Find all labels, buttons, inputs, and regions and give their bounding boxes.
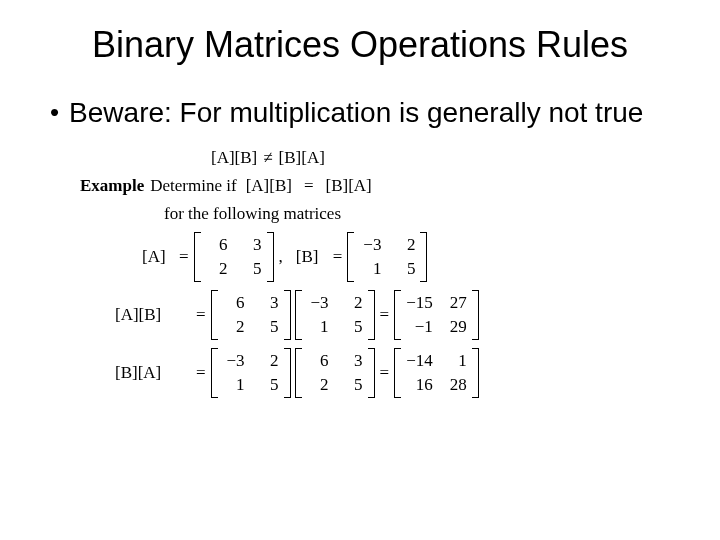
matrix-A: 63 25 [194,232,274,282]
rule-lhs: [A][B] [211,148,257,168]
BA-label: [B][A] [115,363,193,383]
B-label: [B] [296,247,330,267]
example-eq-op: = [304,176,314,196]
eq-sym: = [179,247,189,267]
example-line: Example Determine if [A][B] = [B][A] [80,176,670,196]
AB-result: −1527 −129 [394,290,479,340]
BA-m1: −32 15 [211,348,291,398]
example-prompt: Determine if [150,176,236,196]
slide-title: Binary Matrices Operations Rules [50,24,670,66]
rule-rhs: [B][A] [279,148,325,168]
example-eq-rhs: [B][A] [325,176,371,196]
matrix-definitions: [A] = 63 25 , [B] = −32 15 [142,232,670,282]
bullet-marker: • [50,96,59,128]
product-AB: [A][B] = 63 25 −32 15 = [115,290,670,340]
neq-symbol: ≠ [263,148,272,168]
A-label: [A] [142,247,176,267]
eq-sym-2: = [333,247,343,267]
bullet-text: Beware: For multiplication is generally … [69,96,670,130]
AB-label: [A][B] [115,305,193,325]
AB-m2: −32 15 [295,290,375,340]
rule-inequality: [A][B] ≠ [B][A] [208,148,670,168]
comma: , [279,247,283,267]
product-BA: [B][A] = −32 15 63 25 = [115,348,670,398]
example-eq-lhs: [A][B] [246,176,292,196]
matrix-B: −32 15 [347,232,427,282]
example-label: Example [80,176,144,196]
for-text: for the following matrices [164,204,670,224]
AB-m1: 63 25 [211,290,291,340]
BA-result: −141 1628 [394,348,479,398]
bullet-item: • Beware: For multiplication is generall… [50,96,670,130]
BA-m2: 63 25 [295,348,375,398]
